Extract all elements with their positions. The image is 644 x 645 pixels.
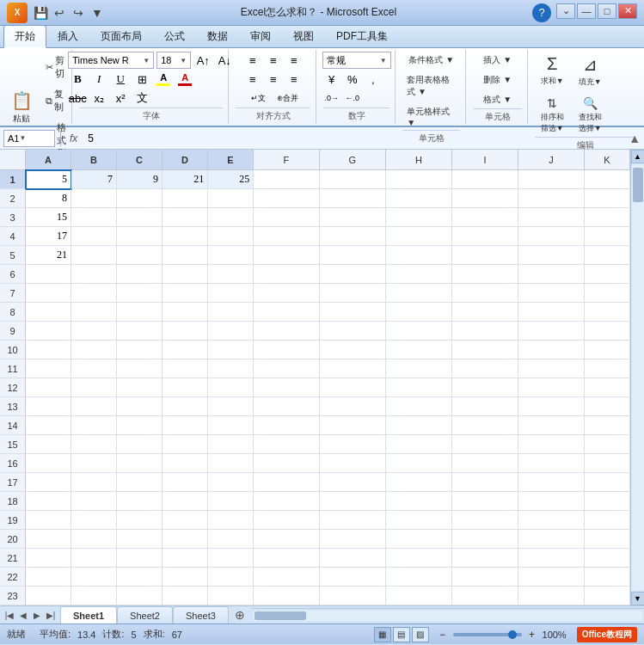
cell-D20[interactable] — [163, 530, 208, 549]
cell-I3[interactable] — [452, 208, 518, 227]
cell-E18[interactable] — [208, 492, 254, 511]
cell-H10[interactable] — [386, 341, 452, 359]
row-header-2[interactable]: 2 — [0, 189, 26, 208]
formula-expand-icon[interactable]: ▲ — [629, 132, 641, 145]
cell-G10[interactable] — [320, 341, 386, 359]
cell-E4[interactable] — [208, 227, 254, 246]
cell-G18[interactable] — [320, 492, 386, 511]
insert-cells-button[interactable]: 插入 ▼ — [479, 52, 516, 69]
cell-H18[interactable] — [386, 492, 452, 511]
cell-J12[interactable] — [518, 378, 585, 397]
merge-center-button[interactable]: ⊕合并 — [274, 89, 302, 107]
cell-D1[interactable]: 21 — [163, 170, 208, 189]
cell-A14[interactable] — [26, 416, 71, 435]
cell-B21[interactable] — [71, 549, 117, 568]
cell-K14[interactable] — [585, 416, 630, 435]
cell-H19[interactable] — [386, 511, 452, 530]
cell-B15[interactable] — [71, 435, 117, 454]
col-header-C[interactable]: C — [117, 150, 163, 170]
cell-A13[interactable] — [26, 397, 71, 416]
row-header-8[interactable]: 8 — [0, 303, 26, 322]
cell-H1[interactable] — [386, 170, 452, 189]
cell-J15[interactable] — [518, 435, 585, 454]
cell-E7[interactable] — [208, 284, 254, 303]
cell-F19[interactable] — [254, 511, 320, 530]
cell-G23[interactable] — [320, 587, 386, 605]
cell-A8[interactable] — [26, 303, 71, 322]
align-right-button[interactable]: ≡ — [285, 71, 304, 88]
cell-J2[interactable] — [518, 189, 585, 208]
cell-F1[interactable] — [254, 170, 320, 189]
cell-D4[interactable] — [163, 227, 208, 246]
cell-A10[interactable] — [26, 341, 71, 359]
cell-D5[interactable] — [163, 246, 208, 265]
cell-C3[interactable] — [117, 208, 163, 227]
cell-B4[interactable] — [71, 227, 117, 246]
cell-D7[interactable] — [163, 284, 208, 303]
cell-A9[interactable] — [26, 322, 71, 341]
cell-F18[interactable] — [254, 492, 320, 511]
cell-F8[interactable] — [254, 303, 320, 322]
cell-C6[interactable] — [117, 265, 163, 284]
cell-E9[interactable] — [208, 322, 254, 341]
cell-G12[interactable] — [320, 378, 386, 397]
ribbon-toggle-button[interactable]: ⌄ — [556, 3, 575, 19]
cell-B23[interactable] — [71, 587, 117, 605]
cell-H8[interactable] — [386, 303, 452, 322]
cell-A4[interactable]: 17 — [26, 227, 71, 246]
cell-C21[interactable] — [117, 549, 163, 568]
cell-C13[interactable] — [117, 397, 163, 416]
cell-B3[interactable] — [71, 208, 117, 227]
normal-view-button[interactable]: ▦ — [374, 627, 391, 642]
cell-B8[interactable] — [71, 303, 117, 322]
cell-H2[interactable] — [386, 189, 452, 208]
cell-C8[interactable] — [117, 303, 163, 322]
cell-K3[interactable] — [585, 208, 630, 227]
cell-J14[interactable] — [518, 416, 585, 435]
cell-K19[interactable] — [585, 511, 630, 530]
cell-D11[interactable] — [163, 359, 208, 378]
vertical-scrollbar[interactable]: ▲ ▼ — [630, 150, 644, 605]
cell-E6[interactable] — [208, 265, 254, 284]
zoom-slider[interactable] — [453, 633, 522, 636]
cell-H12[interactable] — [386, 378, 452, 397]
cell-K23[interactable] — [585, 587, 630, 605]
row-header-12[interactable]: 12 — [0, 378, 26, 397]
cell-H14[interactable] — [386, 416, 452, 435]
cell-C1[interactable]: 9 — [117, 170, 163, 189]
col-header-K[interactable]: K — [585, 150, 630, 170]
cell-D9[interactable] — [163, 322, 208, 341]
cell-H21[interactable] — [386, 549, 452, 568]
cell-G16[interactable] — [320, 454, 386, 473]
cell-I6[interactable] — [452, 265, 518, 284]
cell-H16[interactable] — [386, 454, 452, 473]
row-header-17[interactable]: 17 — [0, 473, 26, 492]
cell-J22[interactable] — [518, 568, 585, 587]
col-header-D[interactable]: D — [163, 150, 208, 170]
cell-K8[interactable] — [585, 303, 630, 322]
cell-I4[interactable] — [452, 227, 518, 246]
cell-G17[interactable] — [320, 473, 386, 492]
cell-A17[interactable] — [26, 473, 71, 492]
cell-G8[interactable] — [320, 303, 386, 322]
sheet-nav-first-button[interactable]: |◀ — [3, 609, 15, 621]
cell-K4[interactable] — [585, 227, 630, 246]
cell-J16[interactable] — [518, 454, 585, 473]
cell-D8[interactable] — [163, 303, 208, 322]
cell-K13[interactable] — [585, 397, 630, 416]
wrap-text-button[interactable]: ↵文 — [245, 89, 273, 107]
cell-A2[interactable]: 8 — [26, 189, 71, 208]
strikethrough-button[interactable]: abc — [68, 89, 87, 107]
cell-J5[interactable] — [518, 246, 585, 265]
row-header-19[interactable]: 19 — [0, 511, 26, 530]
cell-J18[interactable] — [518, 492, 585, 511]
col-header-A[interactable]: A — [26, 150, 71, 170]
cell-F16[interactable] — [254, 454, 320, 473]
cell-B1[interactable]: 7 — [71, 170, 117, 189]
cell-F13[interactable] — [254, 397, 320, 416]
cell-F17[interactable] — [254, 473, 320, 492]
cell-B17[interactable] — [71, 473, 117, 492]
cell-F7[interactable] — [254, 284, 320, 303]
italic-button[interactable]: I — [89, 71, 108, 88]
cell-J13[interactable] — [518, 397, 585, 416]
